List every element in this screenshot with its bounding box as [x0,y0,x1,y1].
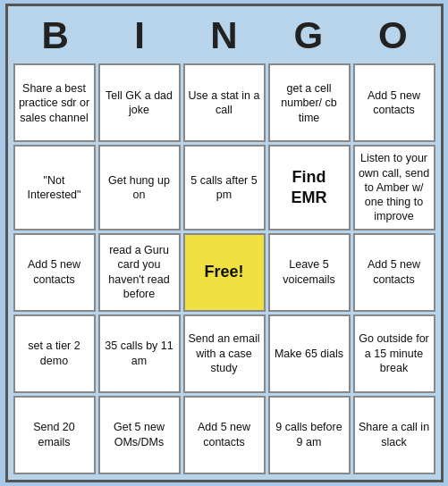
bingo-header: BINGO [13,12,435,60]
bingo-cell-8: Find EMR [268,145,351,230]
bingo-grid: Share a best practice sdr or sales chann… [13,63,435,473]
bingo-cell-18: Make 65 dials [268,314,351,393]
bingo-cell-0: Share a best practice sdr or sales chann… [13,63,96,142]
bingo-cell-15: set a tier 2 demo [13,314,96,393]
bingo-cell-9: Listen to your own call, send to Amber w… [353,145,435,230]
bingo-cell-21: Get 5 new OMs/DMs [98,396,181,474]
bingo-cell-7: 5 calls after 5 pm [183,145,266,230]
bingo-card: BINGO Share a best practice sdr or sales… [5,4,444,482]
bingo-letter-i: I [97,12,182,60]
bingo-letter-g: G [266,12,351,60]
bingo-cell-16: 35 calls by 11 am [98,314,181,393]
bingo-cell-13: Leave 5 voicemails [268,233,351,312]
bingo-cell-5: "Not Interested" [13,145,96,230]
bingo-cell-17: Send an email with a case study [183,314,266,393]
bingo-cell-11: read a Guru card you haven't read before [98,233,181,312]
bingo-cell-19: Go outside for a 15 minute break [353,314,435,393]
bingo-letter-b: B [13,12,97,60]
bingo-cell-24: Share a call in slack [353,396,435,474]
bingo-cell-12: Free! [183,233,266,312]
bingo-cell-10: Add 5 new contacts [13,233,96,312]
bingo-cell-3: get a cell number/ cb time [268,63,351,142]
bingo-cell-14: Add 5 new contacts [353,233,435,312]
bingo-cell-2: Use a stat in a call [183,63,266,142]
bingo-cell-4: Add 5 new contacts [353,63,435,142]
bingo-letter-n: N [182,12,266,60]
bingo-cell-1: Tell GK a dad joke [98,63,181,142]
bingo-letter-o: O [351,12,435,60]
bingo-cell-6: Get hung up on [98,145,181,230]
bingo-cell-23: 9 calls before 9 am [268,396,351,474]
bingo-cell-20: Send 20 emails [13,396,96,474]
bingo-cell-22: Add 5 new contacts [183,396,266,474]
